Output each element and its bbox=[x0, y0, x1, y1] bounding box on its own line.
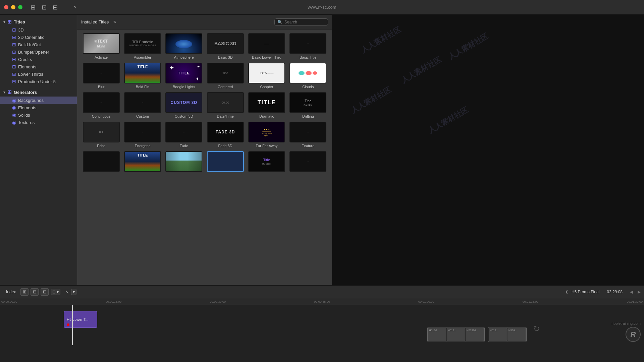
grid-item-basic-lower-third[interactable]: —— Basic Lower Third bbox=[247, 32, 286, 60]
grid-item-fade[interactable]: ~ Fade bbox=[164, 121, 204, 149]
sidebar-item-bumper[interactable]: ⊞ Bumper/Opener bbox=[0, 48, 77, 56]
grid-item-activate[interactable]: ⊠TEXT⊡⊡⊡ Activate bbox=[81, 32, 121, 60]
sidebar-generators-header[interactable]: ▼ ⊞ Generators bbox=[0, 88, 77, 97]
track-clip-h5[interactable]: H5 Lower T... bbox=[64, 311, 97, 328]
media-thumb-1[interactable]: H5130... bbox=[428, 328, 446, 341]
tl-nav-right[interactable]: ▶ bbox=[638, 290, 641, 294]
textures-icon: ◉ bbox=[12, 120, 16, 125]
sidebar-item-backgrounds[interactable]: ◉ Backgrounds bbox=[0, 97, 77, 104]
content-header: Installed Titles ⇅ 🔍 bbox=[77, 15, 332, 29]
sort-arrow[interactable]: ⇅ bbox=[113, 20, 116, 24]
grid-item-drifting[interactable]: Title Subtitle Drifting bbox=[288, 91, 328, 119]
grid-item-dramatic[interactable]: TITLE Dramatic bbox=[247, 91, 286, 119]
boldfin-label: Bold Fin bbox=[136, 85, 149, 89]
search-icon: 🔍 bbox=[277, 20, 282, 24]
sidebar-item-textures[interactable]: ◉ Textures bbox=[0, 119, 77, 126]
ripple-branding: rippletraining.com R bbox=[611, 321, 641, 342]
sidebar-item-elements[interactable]: ⊞ Elements bbox=[0, 63, 77, 70]
energetic-thumb: ~ bbox=[125, 122, 160, 142]
grid-item-feature[interactable]: ~ Feature bbox=[288, 121, 328, 149]
credits-icon: ⊞ bbox=[12, 57, 16, 62]
tl-icon-2[interactable]: ⊟ bbox=[31, 288, 39, 296]
grid-item-row5-5[interactable]: Title Subtitle bbox=[247, 150, 286, 174]
nav-icon-2[interactable]: ⊡ bbox=[42, 4, 47, 11]
search-input[interactable] bbox=[284, 20, 325, 24]
sidebar-item-production-under-5[interactable]: ⊞ Production Under 5 bbox=[0, 78, 77, 85]
boogie-thumb: ✦ TITLE ✦ ★ bbox=[166, 63, 202, 83]
fade-thumb: ~ bbox=[166, 122, 202, 142]
basic-title-label: Basic Title bbox=[300, 55, 316, 59]
grid-item-row5-1[interactable] bbox=[81, 150, 121, 174]
row5-6-thumb: ~ bbox=[290, 152, 326, 171]
tl-dropdown-pointer[interactable]: ▾ bbox=[71, 289, 76, 295]
tl-nav-left[interactable]: ◀ bbox=[630, 290, 633, 294]
media-thumb-5[interactable]: H509... bbox=[507, 328, 526, 341]
media-thumb-2[interactable]: H513... bbox=[447, 328, 465, 341]
nav-icon-3[interactable]: ⊟ bbox=[53, 4, 58, 11]
grid-item-blur[interactable]: ~ Blur bbox=[81, 62, 121, 90]
grid-item-row5-4-selected[interactable] bbox=[205, 150, 245, 174]
minimize-button[interactable] bbox=[11, 5, 15, 9]
sidebar-item-credits[interactable]: ⊞ Credits bbox=[0, 56, 77, 63]
drifting-label: Drifting bbox=[302, 114, 314, 118]
elements-icon: ⊞ bbox=[12, 64, 16, 69]
grid-item-basic-title[interactable]: ~ Basic Title bbox=[288, 32, 328, 60]
solids-icon: ◉ bbox=[12, 112, 16, 118]
ruler-mark-0: 00:00:00:00 bbox=[1, 300, 17, 303]
index-button[interactable]: Index bbox=[3, 289, 18, 295]
grid-item-boogie[interactable]: ✦ TITLE ✦ ★ Boogie Lights bbox=[164, 62, 204, 90]
search-box[interactable]: 🔍 bbox=[274, 18, 328, 26]
energetic-label: Energetic bbox=[135, 144, 150, 148]
grid-item-basic3d[interactable]: BASIC 3D Basic 3D bbox=[205, 32, 245, 60]
ruler-mark-2: 00:00:30:00 bbox=[210, 300, 226, 303]
close-button[interactable] bbox=[4, 5, 8, 9]
grid-item-row5-6[interactable]: ~ bbox=[288, 150, 328, 174]
ruler-mark-4: 00:01:00:00 bbox=[418, 300, 434, 303]
grid-item-centered[interactable]: Title Centered bbox=[205, 62, 245, 90]
media-thumb-group-1: H5130... H513... H51308... bbox=[427, 327, 485, 342]
nav-icon-1[interactable]: ⊞ bbox=[31, 4, 36, 11]
toolbar-icons: ⊞ ⊡ ⊟ ↖ bbox=[31, 4, 77, 11]
grid-item-farfaraway[interactable]: ★ ★ ★──────A long timeago... Far Far Awa… bbox=[247, 121, 286, 149]
tl-collapse-icon[interactable]: ❮ bbox=[565, 290, 568, 294]
grid-item-datetime[interactable]: 00:00 Date/Time bbox=[205, 91, 245, 119]
sidebar-titles-header[interactable]: ▼ ⊞ Titles bbox=[0, 17, 77, 26]
row5-5-thumb: Title Subtitle bbox=[249, 152, 284, 171]
3dc-icon: ⊞ bbox=[12, 35, 16, 40]
grid-item-echo[interactable]: ≡ ≡ Echo bbox=[81, 121, 121, 149]
atmosphere-label: Atmosphere bbox=[174, 55, 194, 59]
grid-item-fade3d[interactable]: FADE 3D Fade 3D bbox=[205, 121, 245, 149]
grid-item-custom3d[interactable]: CUSTOM 3D Custom 3D bbox=[164, 91, 204, 119]
sidebar-item-3d[interactable]: ⊞ 3D bbox=[0, 26, 77, 34]
tl-icon-1[interactable]: ⊞ bbox=[20, 288, 29, 296]
basic-title-thumb: ~ bbox=[290, 34, 326, 53]
sidebar-titles-items: ⊞ 3D ⊞ 3D Cinematic ⊞ Build In/Out ⊞ Bum… bbox=[0, 26, 77, 85]
timeline-header-bar: Index ⊞ ⊟ ⊡ ⊡▾ ↖ ▾ ❮ H5 Promo Final 02:2… bbox=[0, 286, 644, 298]
tl-icon-3[interactable]: ⊡ bbox=[41, 288, 49, 296]
grid-item-row5-3[interactable] bbox=[164, 150, 204, 174]
tl-pointer-icon[interactable]: ↖ bbox=[65, 289, 69, 295]
grid-item-boldfin[interactable]: TITLE Bold Fin bbox=[122, 62, 162, 90]
sidebar-item-solids[interactable]: ◉ Solids bbox=[0, 111, 77, 119]
maximize-button[interactable] bbox=[18, 5, 22, 9]
datetime-thumb: 00:00 bbox=[208, 93, 243, 112]
echo-thumb: ≡ ≡ bbox=[84, 122, 119, 142]
tl-dropdown-1[interactable]: ⊡▾ bbox=[51, 289, 60, 295]
media-thumb-3[interactable]: H51308... bbox=[466, 328, 484, 341]
grid-item-row5-2[interactable]: TITLE bbox=[122, 150, 162, 174]
assembler-label: Assembler bbox=[134, 55, 151, 59]
media-thumb-4[interactable]: H513... bbox=[489, 328, 507, 341]
grid-item-assembler[interactable]: TITLE subtitle INFORMATION MORE Assemble… bbox=[122, 32, 162, 60]
custom-label: Custom bbox=[136, 114, 149, 118]
grid-item-energetic[interactable]: ~ Energetic bbox=[122, 121, 162, 149]
grid-item-atmosphere[interactable]: Atmosphere bbox=[164, 32, 204, 60]
sidebar-item-build-inout[interactable]: ⊞ Build In/Out bbox=[0, 41, 77, 48]
sidebar-item-3d-cinematic[interactable]: ⊞ 3D Cinematic bbox=[0, 34, 77, 41]
grid-item-continuous[interactable]: ~ Continuous bbox=[81, 91, 121, 119]
wm4: 人人素材社区 bbox=[446, 31, 490, 62]
grid-item-custom[interactable]: ~ Custom bbox=[122, 91, 162, 119]
grid-item-clouds[interactable]: Clouds bbox=[288, 62, 328, 90]
grid-item-chapter[interactable]: IDEA —— Chapter bbox=[247, 62, 286, 90]
sidebar-item-generators-elements[interactable]: ◉ Elements bbox=[0, 104, 77, 111]
sidebar-item-lower-thirds[interactable]: ⊞ Lower Thirds bbox=[0, 70, 77, 78]
